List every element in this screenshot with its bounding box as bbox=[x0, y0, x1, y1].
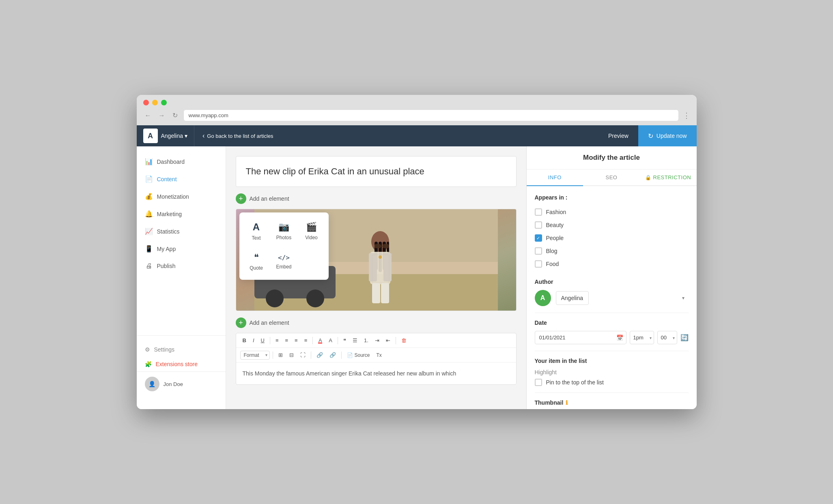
picker-item-embed[interactable]: </> Embed bbox=[272, 248, 296, 275]
sidebar-item-statistics[interactable]: 📈 Statistics bbox=[137, 223, 226, 240]
food-checkbox[interactable] bbox=[535, 260, 542, 268]
category-food[interactable]: Food bbox=[535, 257, 689, 270]
unlink-button[interactable]: 🔗 bbox=[327, 350, 338, 360]
date-input[interactable] bbox=[535, 331, 626, 344]
right-panel: Modify the article INFO SEO RESTRICTION … bbox=[526, 146, 697, 409]
sidebar-item-content[interactable]: 📄 Content bbox=[137, 170, 226, 188]
app-header: A Angelina ▾ ‹ Go back to the list of ar… bbox=[137, 125, 697, 146]
format-select[interactable]: Format bbox=[240, 351, 270, 360]
add-element-row-bottom[interactable]: + Add an element bbox=[236, 317, 517, 328]
text-content[interactable]: This Monday the famous American singer E… bbox=[236, 362, 516, 384]
pin-checkbox[interactable] bbox=[535, 379, 542, 386]
your-item-label: Your item in the list bbox=[535, 358, 689, 364]
sidebar-item-marketing[interactable]: 🔔 Marketing bbox=[137, 205, 226, 223]
source-icon: 📄 bbox=[347, 352, 353, 358]
add-element-row-top[interactable]: + Add an element bbox=[236, 193, 517, 204]
category-fashion[interactable]: Fashion bbox=[535, 206, 689, 219]
back-to-articles-link[interactable]: ‹ Go back to the list of articles bbox=[194, 132, 282, 139]
back-nav-button[interactable]: ← bbox=[143, 110, 153, 121]
article-title-input[interactable] bbox=[246, 166, 506, 177]
update-now-button[interactable]: ↻ Update now bbox=[638, 125, 697, 146]
min-select-wrap: 00 ▾ bbox=[657, 331, 677, 344]
ordered-list-button[interactable]: 1. bbox=[362, 336, 371, 345]
tab-info[interactable]: INFO bbox=[527, 169, 583, 185]
table-button[interactable]: ⊞ bbox=[276, 350, 285, 360]
toolbar-separator-7 bbox=[341, 352, 342, 359]
minutes-select[interactable]: 00 bbox=[657, 331, 677, 344]
category-beauty[interactable]: Beauty bbox=[535, 219, 689, 232]
time-select[interactable]: 1pm bbox=[630, 331, 654, 344]
align-left-button[interactable]: ≡ bbox=[273, 336, 281, 345]
sidebar-extensions[interactable]: 🧩 Extensions store bbox=[137, 357, 226, 371]
svg-rect-14 bbox=[375, 244, 381, 248]
font-bg-button[interactable]: A bbox=[326, 336, 335, 345]
underline-button[interactable]: U bbox=[258, 336, 267, 345]
address-bar[interactable]: www.myapp.com bbox=[183, 109, 679, 121]
align-center-button[interactable]: ≡ bbox=[283, 336, 291, 345]
panel-divider-3 bbox=[535, 392, 689, 393]
svg-rect-22 bbox=[372, 283, 380, 303]
minimize-button[interactable] bbox=[152, 100, 158, 105]
unordered-list-button[interactable]: ☰ bbox=[350, 336, 360, 345]
picker-item-photos[interactable]: 📷 Photos bbox=[272, 217, 296, 245]
sidebar-item-monetization[interactable]: 💰 Monetization bbox=[137, 188, 226, 205]
refresh-nav-button[interactable]: ↻ bbox=[171, 110, 179, 121]
calendar-icon[interactable]: 📅 bbox=[616, 335, 623, 341]
date-input-wrap: 📅 bbox=[535, 331, 626, 344]
browser-menu-icon[interactable]: ⋮ bbox=[683, 111, 690, 120]
italic-button[interactable]: I bbox=[250, 336, 257, 345]
link-button[interactable]: 🔗 bbox=[314, 350, 325, 360]
fullscreen-button[interactable]: ⛶ bbox=[298, 350, 308, 360]
add-element-label: Add an element bbox=[250, 195, 289, 202]
outdent-button[interactable]: ⇤ bbox=[383, 336, 393, 345]
author-select[interactable]: Angelina bbox=[556, 291, 589, 305]
bold-button[interactable]: B bbox=[240, 336, 249, 345]
date-label: Date bbox=[535, 320, 689, 326]
delete-button[interactable]: 🗑 bbox=[399, 336, 409, 345]
media-block: A Text 📷 Photos 🎬 Video bbox=[236, 209, 517, 311]
source-button[interactable]: 📄 Source bbox=[344, 351, 372, 359]
tab-restriction[interactable]: RESTRICTION bbox=[640, 169, 697, 185]
add-element-circle-bottom[interactable]: + bbox=[236, 317, 246, 328]
blog-checkbox[interactable] bbox=[535, 247, 542, 255]
add-element-circle[interactable]: + bbox=[236, 193, 246, 204]
layout-button[interactable]: ⊟ bbox=[287, 350, 296, 360]
beauty-checkbox[interactable] bbox=[535, 221, 542, 229]
panel-divider-1 bbox=[535, 313, 689, 313]
sidebar-item-label: Statistics bbox=[157, 228, 180, 235]
sidebar-item-myapp[interactable]: 📱 My App bbox=[137, 240, 226, 257]
align-right-button[interactable]: ≡ bbox=[292, 336, 300, 345]
fashion-checkbox[interactable] bbox=[535, 208, 542, 216]
user-menu[interactable]: Angelina ▾ bbox=[161, 133, 188, 139]
toolbar-separator-6 bbox=[311, 352, 311, 359]
picker-item-text[interactable]: A Text bbox=[244, 217, 269, 245]
maximize-button[interactable] bbox=[161, 100, 167, 105]
indent-button[interactable]: ⇥ bbox=[372, 336, 382, 345]
align-justify-button[interactable]: ≡ bbox=[302, 336, 310, 345]
monetization-icon: 💰 bbox=[145, 193, 153, 200]
forward-nav-button[interactable]: → bbox=[157, 110, 167, 121]
highlight-label: Highlight bbox=[535, 369, 689, 375]
picker-item-video[interactable]: 🎬 Video bbox=[299, 217, 324, 245]
sidebar-item-publish[interactable]: 🖨 Publish bbox=[137, 257, 226, 275]
pin-row[interactable]: Pin to the top of the list bbox=[535, 379, 689, 386]
add-element-label-bottom: Add an element bbox=[250, 320, 289, 326]
date-refresh-button[interactable]: 🔄 bbox=[680, 334, 689, 341]
back-arrow-icon: ‹ bbox=[202, 132, 204, 139]
sidebar-item-dashboard[interactable]: 📊 Dashboard bbox=[137, 153, 226, 170]
panel-content: Appears in : Fashion Beauty ✓ People bbox=[527, 186, 697, 409]
tab-seo[interactable]: SEO bbox=[583, 169, 640, 185]
preview-button[interactable]: Preview bbox=[598, 125, 638, 146]
picker-item-quote[interactable]: ❝ Quote bbox=[244, 248, 269, 275]
category-blog[interactable]: Blog bbox=[535, 244, 689, 257]
thumbnail-label-text: Thumbnail bbox=[535, 399, 564, 406]
people-label: People bbox=[546, 235, 564, 241]
sidebar-settings[interactable]: ⚙ Settings bbox=[137, 342, 226, 357]
close-button[interactable] bbox=[143, 100, 149, 105]
quote-button[interactable]: ❝ bbox=[341, 336, 349, 345]
clear-format-button[interactable]: Tx bbox=[374, 351, 384, 360]
font-color-button[interactable]: A bbox=[316, 336, 325, 345]
category-people[interactable]: ✓ People bbox=[535, 232, 689, 244]
people-checkbox[interactable]: ✓ bbox=[535, 234, 542, 242]
dashboard-icon: 📊 bbox=[145, 158, 153, 165]
